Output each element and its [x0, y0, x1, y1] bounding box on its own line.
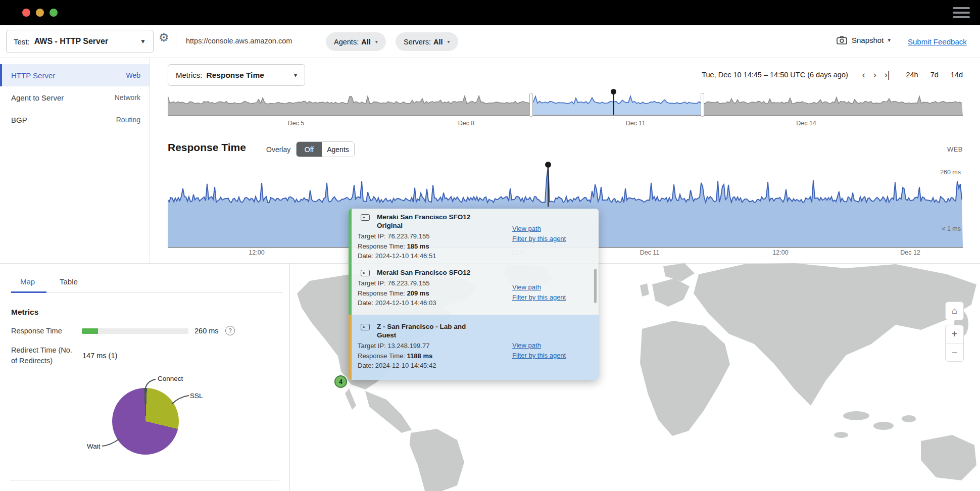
- chevron-down-icon: ▾: [888, 37, 891, 43]
- map-home-button[interactable]: ⌂: [945, 302, 964, 320]
- x-axis-tick: Dec 12: [900, 249, 920, 256]
- metrics-value: Response Time: [207, 71, 264, 80]
- agent-name: Z - San Francisco - Lab and Guest: [377, 322, 487, 339]
- chevron-down-icon: ▾: [375, 39, 378, 44]
- servers-value: All: [433, 38, 443, 46]
- agents-filter-dropdown[interactable]: Agents: All ▾: [326, 32, 386, 51]
- tab-map[interactable]: Map: [20, 277, 35, 286]
- active-tab-indicator: [11, 291, 46, 293]
- brush-handle-left[interactable]: [529, 93, 533, 117]
- pie-leader-lines: [76, 371, 242, 452]
- enterprise-agent-icon: [361, 270, 370, 276]
- overlay-toggle: Off Agents: [296, 141, 355, 157]
- chart-pin-line: [548, 167, 549, 207]
- test-selector-dropdown[interactable]: Test: AWS - HTTP Server ▼: [6, 30, 154, 53]
- agent-status-bar: [349, 264, 352, 315]
- minimize-window-icon[interactable]: [36, 9, 44, 17]
- y-axis-max: 260 ms: [940, 169, 961, 176]
- gear-icon[interactable]: ⚙: [159, 31, 169, 44]
- agent-cluster-marker[interactable]: 4: [334, 375, 347, 388]
- sidebar-item-http-server[interactable]: HTTP Server Web: [0, 64, 150, 86]
- view-path-link[interactable]: View path: [512, 224, 566, 234]
- filter-by-agent-link[interactable]: Filter by this agent: [512, 351, 566, 361]
- response-time-meter: [82, 328, 188, 334]
- timeline-tick: Dec 5: [288, 120, 305, 127]
- view-path-link[interactable]: View path: [512, 340, 566, 351]
- redirect-time-value: 147 ms (1): [82, 352, 117, 360]
- time-navigation: Tue, Dec 10 14:45 – 14:50 UTC (6 days ag…: [702, 70, 963, 79]
- enterprise-agent-icon: [361, 324, 370, 330]
- overlay-label: Overlay: [266, 145, 290, 154]
- range-button-14d[interactable]: 14d: [951, 71, 963, 79]
- agent-name: Meraki San Francisco SFO12 Original: [377, 213, 487, 230]
- layer-badge: WEB: [947, 145, 963, 153]
- overlay-agents-button[interactable]: Agents: [322, 142, 354, 157]
- response-time-meter-fill: [82, 328, 98, 334]
- tooltip-entry: Meraki San Francisco SFO12 Original Targ…: [349, 209, 599, 264]
- sidebar-item-label: BGP: [11, 116, 27, 124]
- response-time-metric-value: 260 ms: [194, 327, 219, 335]
- close-window-icon[interactable]: [22, 9, 30, 17]
- view-path-link[interactable]: View path: [512, 282, 566, 292]
- snapshot-button[interactable]: Snapshot ▾: [837, 36, 891, 44]
- chevron-left-icon[interactable]: ‹: [862, 70, 865, 79]
- servers-filter-dropdown[interactable]: Servers: All ▾: [396, 32, 458, 51]
- x-axis-tick: Dec 11: [640, 249, 660, 256]
- brush-handle-right[interactable]: [701, 93, 704, 117]
- sidebar-item-category: Routing: [116, 116, 140, 124]
- agent-name: Meraki San Francisco SFO12: [377, 268, 487, 277]
- timeline-tick: Dec 11: [626, 120, 646, 127]
- agents-value: All: [361, 38, 371, 46]
- sidebar-item-category: Web: [126, 71, 140, 79]
- date-row: Date: 2024-12-10 14:46:51: [358, 251, 592, 261]
- chevron-down-icon: ▾: [448, 39, 450, 44]
- help-icon[interactable]: ?: [225, 326, 235, 335]
- agent-status-bar: [349, 315, 352, 380]
- submit-feedback-link[interactable]: Submit Feedback: [908, 37, 967, 46]
- metrics-label: Metrics:: [176, 71, 203, 79]
- maximize-window-icon[interactable]: [50, 9, 58, 17]
- tooltip-scrollbar[interactable]: [594, 269, 597, 303]
- map-zoom-controls: + −: [945, 325, 964, 362]
- hamburger-menu-icon[interactable]: [953, 7, 970, 21]
- agent-status-bar: [349, 209, 352, 264]
- overlay-off-button[interactable]: Off: [297, 142, 322, 157]
- sidebar-item-label: HTTP Server: [11, 71, 55, 80]
- test-name: AWS - HTTP Server: [34, 37, 108, 46]
- response-time-metric-label: Response Time: [11, 327, 62, 335]
- chevron-right-icon[interactable]: ›: [873, 70, 876, 79]
- metrics-section-title: Metrics: [11, 308, 38, 317]
- tooltip-entry-selected: Z - San Francisco - Lab and Guest Target…: [349, 315, 599, 380]
- snapshot-label: Snapshot: [852, 36, 884, 44]
- range-button-24h[interactable]: 24h: [906, 71, 918, 79]
- range-button-7d[interactable]: 7d: [930, 71, 939, 79]
- divider: [177, 31, 177, 52]
- timeline-overview-chart[interactable]: [168, 94, 963, 116]
- date-row: Date: 2024-12-10 14:45:42: [358, 361, 592, 371]
- y-axis-min: < 1 ms: [942, 225, 961, 232]
- zoom-out-button[interactable]: −: [946, 343, 963, 362]
- chevron-down-icon: ▾: [294, 72, 297, 79]
- sidebar-item-bgp[interactable]: BGP Routing: [0, 109, 150, 131]
- tab-divider: [11, 292, 283, 293]
- panel-bottom-divider: [10, 480, 279, 480]
- servers-label: Servers:: [404, 38, 431, 46]
- metrics-selector-dropdown[interactable]: Metrics: Response Time ▾: [168, 64, 305, 86]
- tooltip-entry: Meraki San Francisco SFO12 Target IP: 76…: [349, 264, 599, 315]
- tab-table[interactable]: Table: [60, 277, 78, 286]
- agent-hover-tooltip: Meraki San Francisco SFO12 Original Targ…: [349, 209, 599, 380]
- x-axis-tick: 12:00: [772, 249, 788, 256]
- filter-by-agent-link[interactable]: Filter by this agent: [512, 292, 566, 303]
- test-views-sidebar: HTTP Server Web Agent to Server Network …: [0, 58, 150, 263]
- test-label: Test:: [14, 37, 30, 46]
- window-titlebar: [0, 0, 980, 25]
- latest-round-icon[interactable]: ›|: [885, 70, 890, 79]
- chart-title: Response Time: [168, 141, 246, 154]
- test-target-url: https://console.aws.amazon.com: [186, 37, 292, 45]
- chevron-down-icon: ▼: [140, 38, 146, 45]
- sidebar-item-category: Network: [115, 93, 140, 102]
- sidebar-item-agent-to-server[interactable]: Agent to Server Network: [0, 86, 150, 109]
- zoom-in-button[interactable]: +: [946, 325, 963, 343]
- redirect-time-label: Redirect Time (No.: [11, 346, 72, 354]
- filter-by-agent-link[interactable]: Filter by this agent: [512, 234, 566, 244]
